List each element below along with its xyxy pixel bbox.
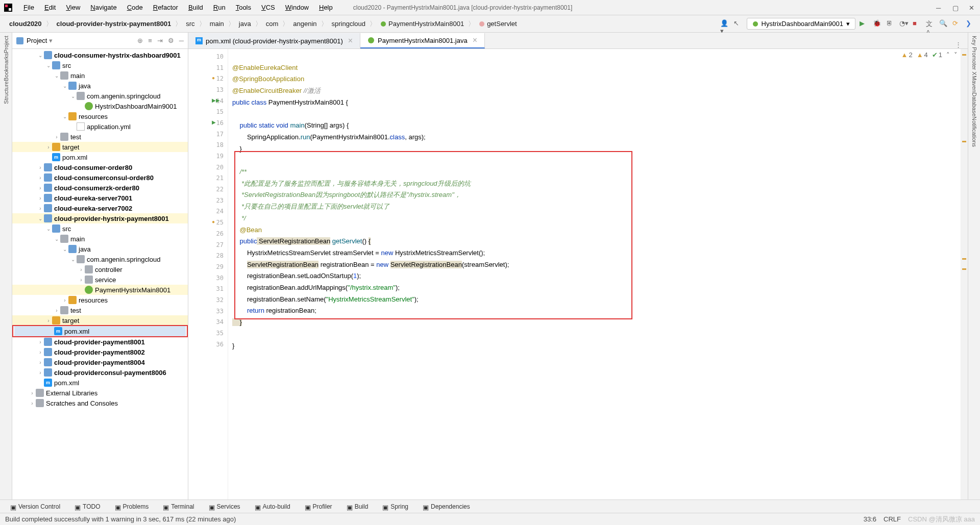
tree-expander-icon[interactable]: ⌄ [61, 83, 68, 89]
tab-close-icon[interactable]: × [473, 36, 477, 45]
gutter-line[interactable]: 10 [188, 51, 228, 62]
inspections-widget[interactable]: ▲2 ▲4 ✔1 ˄ ˅ [901, 51, 958, 59]
tree-item[interactable]: ›controller [12, 264, 188, 274]
tree-item[interactable]: application.yml [12, 121, 188, 132]
tree-item[interactable]: ›Scratches and Consoles [12, 398, 188, 408]
breadcrumb-item[interactable]: cloud2020 [5, 19, 46, 29]
tree-item[interactable]: ›resources [12, 295, 188, 305]
up-icon[interactable]: ˄ [946, 51, 950, 59]
gutter-line[interactable]: 11 [188, 62, 228, 73]
search-icon[interactable]: 🔍 [939, 19, 948, 29]
gutter-line[interactable]: 27 [188, 239, 228, 251]
tree-item[interactable]: ⌄resources [12, 111, 188, 121]
gutter-line[interactable]: 34 [188, 317, 228, 328]
gutter-line[interactable]: 36 [188, 339, 228, 350]
tree-item[interactable]: ⌄com.angenin.springcloud [12, 91, 188, 101]
tree-item[interactable]: ›target [12, 315, 188, 326]
tree-item[interactable]: ⌄cloud-consumer-hystrix-dashboard9001 [12, 50, 188, 60]
tree-expander-icon[interactable]: › [78, 277, 85, 283]
tree-item[interactable]: ›cloud-provider-payment8002 [12, 347, 188, 357]
menu-view[interactable]: View [61, 2, 85, 13]
tree-expander-icon[interactable]: ⌄ [53, 73, 60, 79]
rail-button[interactable]: Database [971, 92, 977, 116]
tree-item[interactable]: ⌄main [12, 70, 188, 81]
stop-button[interactable]: ■ [913, 19, 922, 29]
gutter-line[interactable]: 26 [188, 228, 228, 239]
tree-expander-icon[interactable]: ⌄ [45, 226, 52, 232]
tree-item[interactable]: ⌄java [12, 244, 188, 254]
tool-window-button[interactable]: ▣Version Control [5, 502, 65, 511]
tree-expander-icon[interactable]: › [37, 195, 44, 201]
tree-expander-icon[interactable]: ⌄ [61, 246, 68, 252]
user-icon[interactable]: 👤▾ [720, 19, 729, 29]
rail-button[interactable]: Key Promoter X [971, 36, 977, 76]
gutter-line[interactable]: 29 [188, 261, 228, 272]
tree-expander-icon[interactable]: › [61, 297, 68, 303]
code-editor[interactable]: @EnableEurekaClient @SpringBootApplicati… [228, 49, 961, 499]
gutter-line[interactable]: 17 [188, 129, 228, 140]
minimize-button[interactable]: ─ [936, 4, 943, 11]
tool-window-button[interactable]: ▣Auto-build [250, 502, 296, 511]
expand-all-icon[interactable]: ≡ [148, 37, 152, 44]
gutter-line[interactable]: 13 [188, 84, 228, 95]
breadcrumb-item[interactable]: src [182, 19, 199, 29]
tool-window-button[interactable]: ▣Problems [110, 502, 154, 511]
gutter-line[interactable]: 32 [188, 294, 228, 306]
tree-item[interactable]: ›test [12, 305, 188, 315]
tree-item[interactable]: ⌄com.angenin.springcloud [12, 254, 188, 264]
tool-window-button[interactable]: ▣Dependencies [418, 502, 475, 511]
maximize-button[interactable]: ▢ [952, 4, 960, 11]
menu-run[interactable]: Run [208, 2, 231, 13]
tool-window-button[interactable]: ▣Profiler [300, 502, 337, 511]
gutter-line[interactable]: 22 [188, 184, 228, 195]
gutter-line[interactable]: 23 [188, 195, 228, 206]
more-icon[interactable]: ❯ [966, 19, 975, 29]
breadcrumb-item[interactable]: springcloud [328, 19, 370, 29]
menu-refactor[interactable]: Refactor [148, 2, 183, 13]
tree-item[interactable]: ›service [12, 274, 188, 285]
gutter-line[interactable]: 28 [188, 250, 228, 261]
menu-file[interactable]: File [18, 2, 39, 13]
tree-item[interactable]: ›cloud-consumerconsul-order80 [12, 172, 188, 183]
rail-button[interactable]: Bookmarks [3, 53, 9, 81]
tree-item[interactable]: ⌄java [12, 81, 188, 91]
rail-button[interactable]: Notifications [971, 116, 977, 147]
tree-item[interactable]: mpom.xml [14, 326, 186, 336]
gutter-line[interactable]: 12● [188, 73, 228, 84]
tree-expander-icon[interactable]: ⌄ [69, 93, 77, 99]
tree-expander-icon[interactable]: ⌄ [61, 114, 68, 119]
tree-expander-icon[interactable]: › [37, 165, 44, 170]
gutter-line[interactable]: 19 [188, 151, 228, 162]
tree-item[interactable]: ›cloud-providerconsul-payment8006 [12, 367, 188, 378]
tree-item[interactable]: mpom.xml [12, 152, 188, 162]
gutter-line[interactable]: 21 [188, 173, 228, 184]
project-tree[interactable]: ⌄cloud-consumer-hystrix-dashboard9001⌄sr… [12, 49, 188, 499]
tree-item[interactable]: ⌄src [12, 223, 188, 234]
tab-close-icon[interactable]: × [348, 36, 353, 45]
tool-window-button[interactable]: ▣Services [204, 502, 246, 511]
collapse-icon[interactable]: ⇥ [157, 37, 163, 44]
tree-expander-icon[interactable]: › [37, 339, 44, 345]
breadcrumb-item[interactable]: main [206, 19, 228, 29]
menu-edit[interactable]: Edit [39, 2, 61, 13]
tree-item[interactable]: ›cloud-provider-payment8004 [12, 357, 188, 367]
rail-button[interactable]: Maven [971, 76, 977, 92]
tool-window-button[interactable]: ▣Terminal [158, 502, 199, 511]
breadcrumb-item[interactable]: cloud-provider-hystrix-payment8001 [53, 19, 176, 29]
tree-item[interactable]: mpom.xml [12, 378, 188, 388]
tool-window-button[interactable]: ▣Spring [377, 502, 413, 511]
profile-button[interactable]: ◔▾ [899, 19, 909, 29]
gutter-line[interactable]: 30 [188, 272, 228, 284]
tree-expander-icon[interactable]: › [37, 360, 44, 365]
line-separator[interactable]: CRLF [884, 515, 901, 523]
tree-expander-icon[interactable]: ⌄ [45, 63, 52, 68]
tree-expander-icon[interactable]: › [37, 175, 44, 181]
hide-icon[interactable]: ─ [179, 37, 184, 44]
tree-expander-icon[interactable]: › [45, 144, 52, 150]
editor-tab[interactable]: mpom.xml (cloud-provider-hystrix-payment… [188, 33, 360, 48]
tree-item[interactable]: HystrixDashboardMain9001 [12, 101, 188, 111]
close-button[interactable]: ✕ [969, 4, 976, 11]
tree-item[interactable]: ⌄src [12, 60, 188, 70]
tree-expander-icon[interactable]: › [29, 401, 36, 406]
tree-item[interactable]: ⌄main [12, 234, 188, 244]
